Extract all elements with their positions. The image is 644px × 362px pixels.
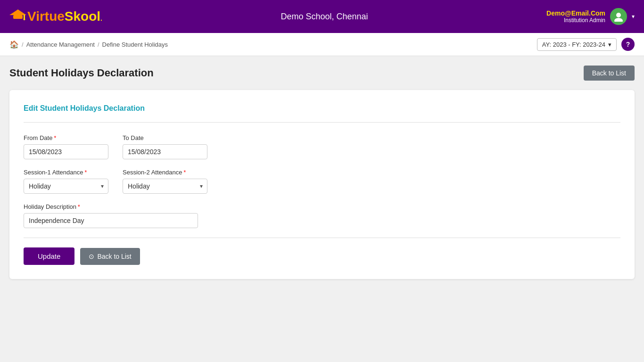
to-date-group: To Date bbox=[123, 134, 207, 159]
session2-group: Session-2 Attendance * Holiday Present A… bbox=[123, 169, 207, 194]
session1-required: * bbox=[84, 169, 87, 176]
home-icon[interactable]: 🏠 bbox=[9, 40, 19, 49]
ay-selector-label: AY: 2023 - FY: 2023-24 bbox=[542, 41, 605, 48]
holiday-desc-required: * bbox=[78, 204, 80, 210]
circle-x-icon: ⊙ bbox=[89, 253, 94, 260]
back-list-btn-label: Back to List bbox=[97, 253, 131, 260]
user-email: Demo@Email.Com bbox=[546, 9, 605, 17]
from-date-label: From Date * bbox=[24, 134, 108, 141]
session1-label: Session-1 Attendance * bbox=[24, 169, 108, 176]
app-header: VirtueSkool. Demo School, Chennai Demo@E… bbox=[0, 0, 644, 33]
ay-selector[interactable]: AY: 2023 - FY: 2023-24 ▾ bbox=[537, 38, 617, 51]
session1-select[interactable]: Holiday Present Absent bbox=[24, 179, 108, 194]
breadcrumb-sep-2: / bbox=[98, 41, 99, 48]
user-role: Institution Admin bbox=[546, 17, 605, 24]
help-button[interactable]: ? bbox=[621, 38, 635, 51]
avatar[interactable] bbox=[610, 8, 627, 25]
session1-group: Session-1 Attendance * Holiday Present A… bbox=[24, 169, 108, 194]
session2-label: Session-2 Attendance * bbox=[123, 169, 207, 176]
form-divider-bottom bbox=[24, 238, 620, 238]
logo: VirtueSkool. bbox=[9, 9, 102, 24]
holiday-desc-label: Holiday Description * bbox=[24, 203, 620, 210]
back-to-list-bottom-button[interactable]: ⊙ Back to List bbox=[80, 248, 140, 265]
session2-required: * bbox=[183, 169, 186, 176]
svg-point-4 bbox=[616, 13, 621, 17]
user-info[interactable]: Demo@Email.Com Institution Admin ▾ bbox=[546, 8, 635, 25]
from-date-group: From Date * bbox=[24, 134, 108, 159]
from-date-required: * bbox=[54, 135, 56, 141]
svg-point-3 bbox=[24, 18, 25, 20]
svg-rect-1 bbox=[13, 15, 23, 19]
school-name: Demo School, Chennai bbox=[281, 12, 368, 22]
form-divider-top bbox=[24, 122, 620, 123]
form-actions: Update ⊙ Back to List bbox=[24, 247, 620, 265]
back-to-list-top-button[interactable]: Back to List bbox=[584, 66, 635, 81]
from-date-input[interactable] bbox=[24, 144, 108, 159]
to-date-label: To Date bbox=[123, 134, 207, 141]
page-title: Student Holidays Declaration bbox=[9, 67, 154, 79]
svg-marker-0 bbox=[9, 9, 26, 15]
breadcrumb: 🏠 / Attendance Management / Define Stude… bbox=[9, 40, 168, 49]
holiday-desc-input[interactable] bbox=[24, 213, 198, 228]
ay-chevron-icon: ▾ bbox=[608, 41, 611, 48]
breadcrumb-sep-1: / bbox=[22, 41, 24, 48]
logo-skool: Skool bbox=[65, 9, 100, 24]
main-content: Student Holidays Declaration Back to Lis… bbox=[0, 56, 644, 288]
update-button[interactable]: Update bbox=[24, 247, 74, 265]
form-section-title: Edit Student Holidays Declaration bbox=[24, 104, 620, 113]
logo-virtue: Virtue bbox=[27, 9, 65, 24]
session-row: Session-1 Attendance * Holiday Present A… bbox=[24, 169, 620, 194]
date-row: From Date * To Date bbox=[24, 134, 620, 159]
session2-select[interactable]: Holiday Present Absent bbox=[123, 179, 207, 194]
session2-select-wrapper: Holiday Present Absent ▾ bbox=[123, 179, 207, 194]
form-card: Edit Student Holidays Declaration From D… bbox=[9, 90, 635, 279]
to-date-input[interactable] bbox=[123, 144, 207, 159]
session1-select-wrapper: Holiday Present Absent ▾ bbox=[24, 179, 108, 194]
breadcrumb-current: Define Student Holidays bbox=[102, 41, 168, 48]
page-header: Student Holidays Declaration Back to Lis… bbox=[9, 66, 635, 81]
breadcrumb-controls: AY: 2023 - FY: 2023-24 ▾ ? bbox=[537, 38, 635, 51]
chevron-down-icon[interactable]: ▾ bbox=[632, 13, 635, 20]
holiday-desc-group: Holiday Description * bbox=[24, 203, 620, 228]
breadcrumb-bar: 🏠 / Attendance Management / Define Stude… bbox=[0, 33, 644, 56]
breadcrumb-attendance-link[interactable]: Attendance Management bbox=[26, 41, 95, 48]
svg-point-5 bbox=[614, 18, 623, 22]
logo-dot: . bbox=[100, 15, 102, 22]
